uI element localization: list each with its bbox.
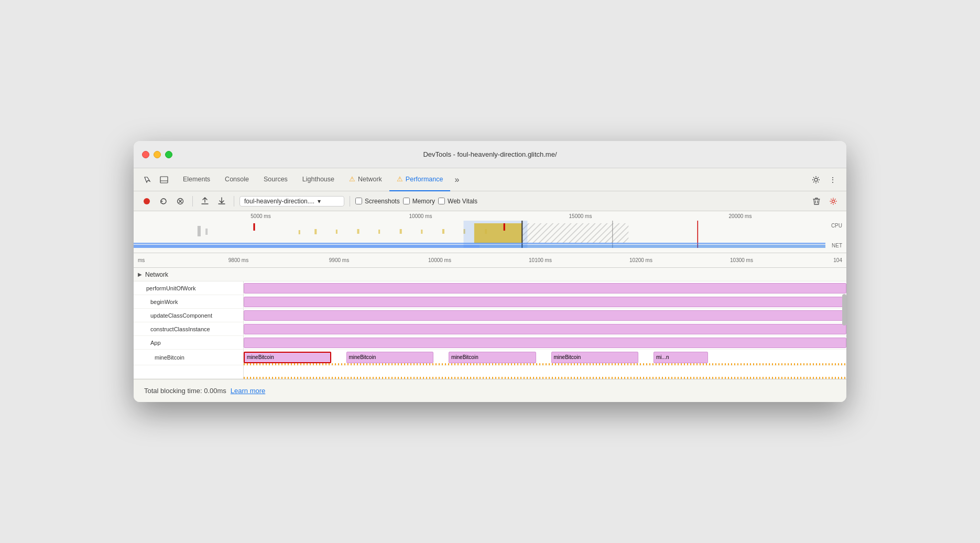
svg-rect-18 xyxy=(400,229,402,234)
maximize-button[interactable] xyxy=(165,151,172,158)
web-vitals-checkbox[interactable] xyxy=(438,198,445,204)
flame-row-updateClassComponent[interactable]: updateClassComponent xyxy=(134,309,846,322)
flame-bar-beginWork xyxy=(244,297,846,307)
tab-performance[interactable]: ⚠ Performance xyxy=(389,168,451,191)
reload-button[interactable] xyxy=(157,194,170,208)
flame-bars-updateClassComponent xyxy=(244,309,846,322)
flamechart-container: ▶ Network performUnitOfWork beginWork xyxy=(134,268,846,379)
svg-rect-27 xyxy=(504,223,505,231)
flame-row-constructClassInstance[interactable]: constructClassInstance xyxy=(134,322,846,336)
flame-bar-constructClassInstance xyxy=(244,324,846,334)
screenshots-checkbox[interactable] xyxy=(355,198,362,204)
dock-icon[interactable] xyxy=(157,172,171,187)
flame-row-mineBitcoin[interactable]: mineBitcoin mineBitcoin mineBitcoin mine… xyxy=(134,350,846,365)
tab-more-button[interactable]: » xyxy=(450,168,463,191)
tab-console-label: Console xyxy=(225,176,249,183)
flame-bar-mineBitcoin-4: mineBitcoin xyxy=(551,352,639,363)
minimize-button[interactable] xyxy=(154,151,161,158)
time-mark-9900: 9900 ms xyxy=(289,257,389,263)
upload-icon[interactable] xyxy=(198,194,212,208)
time-mark-104: 104 xyxy=(792,257,842,263)
flame-row-beginWork[interactable]: beginWork xyxy=(134,295,846,309)
svg-rect-33 xyxy=(134,243,825,244)
memory-checkbox[interactable] xyxy=(403,198,410,204)
flame-row-App[interactable]: App xyxy=(134,336,846,350)
svg-rect-11 xyxy=(198,226,201,236)
ruler-mark-15000: 15000 ms xyxy=(500,213,660,219)
time-mark-10300: 10300 ms xyxy=(691,257,792,263)
flame-bars-constructClassInstance xyxy=(244,322,846,335)
svg-point-9 xyxy=(832,200,835,202)
screenshots-label: Screenshots xyxy=(365,198,400,205)
network-triangle-icon[interactable]: ▶ xyxy=(138,272,142,277)
more-options-icon[interactable]: ⋮ xyxy=(825,172,840,187)
flame-label-App: App xyxy=(134,336,244,349)
svg-rect-19 xyxy=(421,230,422,234)
ruler-mark-10000: 10000 ms xyxy=(341,213,500,219)
network-section-header[interactable]: ▶ Network xyxy=(134,268,846,281)
clear-button[interactable] xyxy=(173,194,187,208)
flame-label-constructClassInstance: constructClassInstance xyxy=(134,322,244,335)
devtools-window: DevTools - foul-heavenly-direction.glitc… xyxy=(134,141,846,402)
screenshots-checkbox-group[interactable]: Screenshots xyxy=(355,198,400,205)
svg-point-2 xyxy=(814,178,818,181)
flame-bars-beginWork xyxy=(244,295,846,308)
close-button[interactable] xyxy=(142,151,149,158)
cursor-icon[interactable] xyxy=(140,172,155,187)
download-icon[interactable] xyxy=(215,194,228,208)
tab-network[interactable]: ⚠ Network xyxy=(342,168,389,191)
action-bar: foul-heavenly-direction.... ▾ Screenshot… xyxy=(134,191,846,211)
tab-bar: Elements Console Sources Lighthouse ⚠ Ne… xyxy=(134,168,846,191)
timeline-overview: 5000 ms 10000 ms 15000 ms 20000 ms CPU N… xyxy=(134,211,846,253)
status-bar: Total blocking time: 0.00ms Learn more xyxy=(134,379,846,402)
flame-label-text-beginWork: beginWork xyxy=(142,299,178,305)
tab-console[interactable]: Console xyxy=(217,168,256,191)
flame-label-text-performUnitOfWork: performUnitOfWork xyxy=(142,285,196,291)
web-vitals-checkbox-group[interactable]: Web Vitals xyxy=(438,198,477,205)
traffic-lights xyxy=(142,151,172,158)
svg-rect-15 xyxy=(336,230,337,234)
title-bar: DevTools - foul-heavenly-direction.glitc… xyxy=(134,141,846,168)
flame-bars-mineBitcoin: mineBitcoin mineBitcoin mineBitcoin mine… xyxy=(244,350,846,365)
svg-rect-12 xyxy=(205,229,208,235)
tab-lighthouse-label: Lighthouse xyxy=(302,176,334,183)
tab-lighthouse[interactable]: Lighthouse xyxy=(295,168,342,191)
tab-performance-label: Performance xyxy=(406,176,443,183)
url-selector[interactable]: foul-heavenly-direction.... ▾ xyxy=(239,196,344,207)
flame-bars-empty xyxy=(244,365,846,379)
flame-bar-mineBitcoin-selected: mineBitcoin xyxy=(244,352,331,363)
trash-icon[interactable] xyxy=(810,194,823,208)
tab-elements[interactable]: Elements xyxy=(176,168,217,191)
flame-label-mineBitcoin: mineBitcoin xyxy=(134,350,244,365)
tab-bar-tabs: Elements Console Sources Lighthouse ⚠ Ne… xyxy=(176,168,809,191)
performance-warning-icon: ⚠ xyxy=(397,175,403,183)
ruler-mark-20000: 20000 ms xyxy=(660,213,820,219)
flame-label-text-constructClassInstance: constructClassInstance xyxy=(142,326,210,332)
memory-checkbox-group[interactable]: Memory xyxy=(403,198,435,205)
flame-label-updateClassComponent: updateClassComponent xyxy=(134,309,244,322)
svg-rect-31 xyxy=(134,245,480,248)
perf-settings-icon[interactable] xyxy=(826,194,840,208)
record-button[interactable] xyxy=(140,194,154,208)
learn-more-link[interactable]: Learn more xyxy=(231,387,265,395)
tab-sources[interactable]: Sources xyxy=(256,168,295,191)
flame-label-beginWork: beginWork xyxy=(134,295,244,308)
ruler-mark-5000: 5000 ms xyxy=(181,213,341,219)
settings-icon[interactable] xyxy=(809,172,823,187)
network-section-label: Network xyxy=(145,271,168,278)
divider-2 xyxy=(234,196,234,207)
url-value: foul-heavenly-direction.... xyxy=(244,198,314,205)
flame-bar-mineBitcoin-2: mineBitcoin xyxy=(346,352,434,363)
url-dropdown-icon: ▾ xyxy=(318,198,321,205)
svg-rect-16 xyxy=(357,229,359,234)
svg-rect-14 xyxy=(314,229,317,234)
mine-bitcoin-label-3: mineBitcoin xyxy=(451,354,478,360)
scrollbar-thumb[interactable] xyxy=(842,294,846,325)
network-warning-icon: ⚠ xyxy=(349,175,355,183)
net-label: NET xyxy=(832,243,842,248)
tab-sources-label: Sources xyxy=(264,176,288,183)
window-title: DevTools - foul-heavenly-direction.glitc… xyxy=(423,150,557,158)
flame-bar-App xyxy=(244,338,846,348)
svg-point-3 xyxy=(144,198,150,204)
flame-row-performUnitOfWork[interactable]: performUnitOfWork xyxy=(134,281,846,295)
